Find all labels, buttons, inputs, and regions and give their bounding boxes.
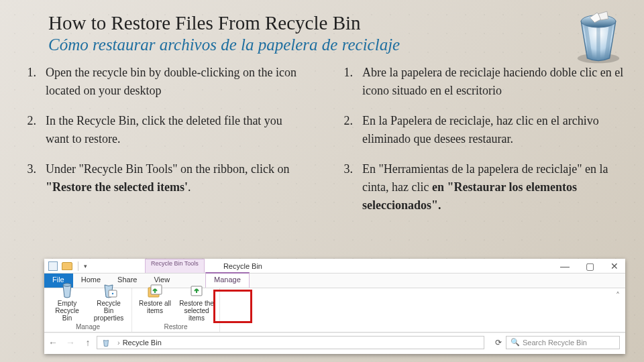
recycle-bin-properties-button[interactable]: Recycle Bin properties [91, 282, 126, 322]
step-number: 3. [335, 160, 353, 178]
recycle-bin-icon [568, 4, 629, 66]
window-titlebar: ▾ Recycle Bin Tools Recycle Bin — ▢ ✕ [44, 259, 625, 274]
spanish-column: 1. Abre la papelera de reciclaje haciend… [335, 64, 625, 227]
address-bar: ← → ↑ › Recycle Bin ⟳ 🔍 Search Recycle B… [44, 333, 625, 351]
english-column: 1. Open the recycle bin by double-clicki… [19, 64, 309, 227]
list-item: 3. En "Herramientas de la papelera de re… [335, 160, 625, 215]
empty-recycle-bin-button[interactable]: Empty Recycle Bin [50, 282, 85, 322]
list-item: 1. Open the recycle bin by double-clicki… [19, 64, 309, 100]
step-number: 2. [335, 112, 353, 130]
title-area: How to Restore Files From Recycle Bin Có… [48, 12, 625, 54]
qat-separator [78, 261, 78, 271]
step-number: 2. [19, 112, 36, 130]
list-item: 2. In the Recycle Bin, click the deleted… [19, 112, 309, 148]
path-segment: Recycle Bin [123, 339, 162, 347]
nav-forward-button[interactable]: → [62, 337, 79, 348]
step-text: Open the recycle bin by double-clicking … [46, 64, 309, 100]
window-title: Recycle Bin [223, 262, 262, 270]
ribbon-group-manage: Empty Recycle Bin Recycle Bin properties [44, 288, 132, 332]
list-item: 1. Abre la papelera de reciclaje haciend… [335, 64, 625, 100]
highlight-red-box [213, 290, 252, 323]
list-item: 3. Under "Recycle Bin Tools" on the ribb… [19, 160, 309, 196]
restore-selected-icon [187, 282, 206, 298]
title-spanish: Cómo restaurar archivos de la papelera d… [48, 36, 625, 54]
svg-point-4 [112, 293, 113, 294]
ribbon-collapse-icon[interactable]: ˄ [610, 288, 625, 303]
ribbon-tabs: File Home Share View Manage [44, 274, 625, 288]
step-text: En "Herramientas de la papelera de recic… [362, 160, 625, 215]
chevron-right-icon: › [117, 339, 120, 347]
step-number: 3. [19, 160, 36, 178]
contextual-tab-label: Recycle Bin Tools [151, 260, 199, 267]
ribbon-group-restore: Restore all items Restore the selected i… [132, 288, 220, 332]
refresh-icon[interactable]: ⟳ [495, 338, 502, 347]
qat-folder-icon[interactable] [62, 262, 72, 270]
recycle-bin-small-icon [101, 338, 111, 347]
maximize-button[interactable]: ▢ [586, 261, 594, 272]
step-text: Abre la papelera de reciclaje haciendo d… [362, 64, 625, 100]
quick-access-toolbar: ▾ [44, 261, 91, 271]
step-text: En la Papelera de reciclaje, haz clic en… [362, 112, 625, 148]
svg-point-2 [63, 284, 71, 287]
list-item: 2. En la Papelera de reciclaje, haz clic… [335, 112, 625, 148]
close-button[interactable]: ✕ [610, 261, 619, 272]
search-input[interactable]: 🔍 Search Recycle Bin [506, 336, 620, 349]
nav-up-button[interactable]: ↑ [79, 337, 97, 348]
step-text: Under "Recycle Bin Tools" on the ribbon,… [46, 160, 309, 196]
instruction-columns: 1. Open the recycle bin by double-clicki… [19, 64, 625, 227]
title-english: How to Restore Files From Recycle Bin [48, 12, 625, 34]
minimize-button[interactable]: — [560, 261, 570, 272]
restore-all-items-button[interactable]: Restore all items [138, 282, 172, 314]
step-number: 1. [335, 64, 353, 82]
recycle-bin-window: ▾ Recycle Bin Tools Recycle Bin — ▢ ✕ Fi… [44, 259, 625, 354]
ribbon: Empty Recycle Bin Recycle Bin properties [44, 288, 625, 333]
address-path[interactable]: › Recycle Bin [97, 336, 484, 349]
step-number: 1. [19, 64, 36, 82]
slide-root: How to Restore Files From Recycle Bin Có… [0, 0, 644, 362]
recycle-bin-props-icon [99, 282, 118, 298]
search-placeholder: Search Recycle Bin [523, 339, 587, 347]
restore-all-icon [146, 282, 164, 298]
nav-back-button[interactable]: ← [44, 337, 62, 348]
recycle-bin-empty-icon [58, 282, 76, 298]
qat-dropdown-icon[interactable]: ▾ [84, 263, 87, 269]
qat-button-icon[interactable] [48, 261, 58, 271]
search-icon: 🔍 [511, 338, 520, 347]
restore-selected-items-button[interactable]: Restore the selected items [179, 282, 214, 322]
window-controls: — ▢ ✕ [560, 261, 625, 272]
contextual-tab-group: Recycle Bin Tools [145, 259, 205, 273]
step-text: In the Recycle Bin, click the deleted fi… [46, 112, 309, 148]
